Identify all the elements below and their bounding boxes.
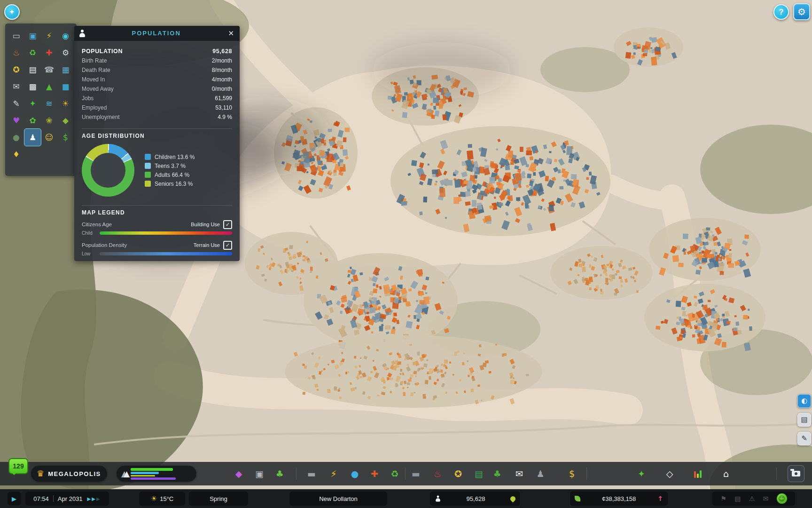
farming-infoview[interactable]: ❀ bbox=[41, 112, 57, 129]
districts-icon[interactable]: ◇ bbox=[662, 466, 678, 482]
status-bar: ▶ 07:54 Apr 2031 ▶▶▶ ☀ 15°C Spring New D… bbox=[0, 489, 812, 508]
mail-infoview[interactable]: ✉ bbox=[8, 78, 24, 95]
population-pill[interactable]: 95,628 bbox=[430, 492, 520, 506]
stat-row: POPULATION95,628 bbox=[82, 47, 232, 56]
police-icon[interactable]: ✪ bbox=[450, 466, 466, 482]
parks-icon[interactable]: ♣ bbox=[489, 466, 505, 482]
monuments-icon[interactable]: ⌂ bbox=[718, 466, 734, 482]
progression-icon[interactable]: ✦ bbox=[633, 466, 649, 482]
natural-resources-infoview[interactable]: ✿ bbox=[24, 112, 41, 129]
population-panel: POPULATION ✕ POPULATION95,628Birth Rate2… bbox=[74, 26, 240, 261]
notes-button[interactable]: ✎ bbox=[797, 432, 811, 445]
alerts-icon[interactable]: ⚠ bbox=[749, 495, 755, 502]
stat-value: 4/month bbox=[212, 75, 232, 84]
zones-icon[interactable]: ◆ bbox=[231, 466, 247, 482]
happiness-droplet-icon bbox=[509, 495, 517, 502]
water-icon[interactable]: ● bbox=[347, 466, 363, 482]
forestry-infoview[interactable]: ▲ bbox=[41, 78, 57, 95]
city-name-pill[interactable]: New Dollarton bbox=[289, 492, 387, 506]
water-sewage-infoview[interactable]: ▣ bbox=[24, 27, 41, 44]
map-layers-button[interactable]: ▤ bbox=[797, 413, 811, 427]
help-button[interactable]: ? bbox=[773, 4, 789, 20]
land-value-infoview[interactable]: ▦ bbox=[57, 61, 74, 78]
landscaping-icon[interactable]: ♣ bbox=[272, 466, 288, 482]
legend-gradient-bar bbox=[100, 231, 232, 235]
population-panel-header: POPULATION ✕ bbox=[74, 26, 240, 41]
fire-rescue-icon[interactable]: ♨ bbox=[429, 466, 445, 482]
statistics-icon[interactable] bbox=[690, 466, 706, 482]
healthcare-infoview[interactable]: ✚ bbox=[41, 44, 57, 61]
attractiveness-infoview[interactable]: ♦ bbox=[8, 146, 24, 163]
xp-badge[interactable]: 129 bbox=[8, 458, 28, 474]
season-pill[interactable]: Spring bbox=[189, 492, 248, 506]
speed-arrow-icon[interactable]: ▶ bbox=[87, 496, 92, 501]
roads-icon[interactable]: ▣ bbox=[251, 466, 267, 482]
settings-button[interactable]: ⚙ bbox=[793, 3, 810, 20]
time-pill[interactable]: 07:54 Apr 2031 ▶▶▶ bbox=[25, 492, 109, 506]
police-infoview[interactable]: ✪ bbox=[8, 61, 24, 78]
globe-button[interactable]: ◐ bbox=[797, 394, 811, 408]
photo-mode-button[interactable] bbox=[788, 465, 804, 482]
heating-infoview[interactable]: ♨ bbox=[8, 44, 24, 61]
education-icon[interactable]: ▤ bbox=[471, 466, 487, 482]
land-pollution-infoview[interactable]: ✦ bbox=[24, 95, 41, 112]
speed-arrow-icon[interactable]: ▶ bbox=[92, 496, 96, 501]
electricity-infoview[interactable]: ⚡ bbox=[41, 27, 57, 44]
infoview-grid-panel: ▭▣⚡◉♨♻✚⚙✪▤☎▦✉▩▲■✎✦≋☀♥✿❀◆●♟☺$♦ bbox=[5, 24, 77, 176]
air-pollution-infoview[interactable]: ☀ bbox=[57, 95, 74, 112]
milestone-pill[interactable]: ♛ MEGALOPOLIS bbox=[31, 466, 107, 482]
age-legend-entry: Seniors 16.3 % bbox=[145, 181, 195, 187]
stat-row: Birth Rate2/month bbox=[82, 56, 232, 65]
garbage-icon[interactable]: ♻ bbox=[387, 466, 403, 482]
zones-infoview[interactable]: ▩ bbox=[24, 78, 41, 95]
communications-icon[interactable]: ✉ bbox=[511, 466, 527, 482]
pinwheel-button[interactable]: ✦ bbox=[4, 4, 20, 20]
population-infoview[interactable]: ♟ bbox=[24, 129, 41, 146]
xp-progress-bars bbox=[131, 467, 180, 481]
weather-pill[interactable]: ☀ 15°C bbox=[139, 492, 185, 506]
speed-controls[interactable]: ▶▶▶ bbox=[87, 496, 101, 501]
flag-icon[interactable]: ⚑ bbox=[720, 495, 726, 502]
main-toolbar: 129 ♛ MEGALOPOLIS ▲▲ ◆▣♣▬⚡●✚♻▬♨✪▤♣✉♟$✦◇⌂ bbox=[0, 462, 812, 485]
tools-infoview[interactable]: ✎ bbox=[8, 95, 24, 112]
mail-icon[interactable]: ✉ bbox=[763, 495, 769, 502]
question-icon: ? bbox=[779, 8, 784, 16]
stat-row: Moved Away0/month bbox=[82, 84, 232, 94]
money-pill[interactable]: ¢38,383,158 ↑ bbox=[570, 492, 668, 506]
ore-infoview[interactable]: ◆ bbox=[57, 112, 74, 129]
status-icons-group: ⚑▤⚠✉☺ bbox=[712, 492, 795, 506]
electricity-icon[interactable]: ⚡ bbox=[326, 466, 342, 482]
roads-infoview[interactable]: ▭ bbox=[8, 27, 24, 44]
play-pause-button[interactable]: ▶ bbox=[8, 492, 21, 505]
happiness-infoview[interactable]: ☺ bbox=[41, 129, 57, 146]
communications-infoview[interactable]: ☎ bbox=[41, 61, 57, 78]
close-button[interactable]: ✕ bbox=[227, 29, 235, 38]
wind-infoview[interactable]: ≋ bbox=[41, 95, 57, 112]
garbage-infoview[interactable]: ♻ bbox=[24, 44, 41, 61]
education-infoview[interactable]: ▤ bbox=[24, 61, 41, 78]
industry-infoview[interactable]: ■ bbox=[57, 78, 74, 95]
speed-arrow-icon[interactable]: ▶ bbox=[96, 496, 101, 501]
maintenance-infoview[interactable]: ⚙ bbox=[57, 44, 74, 61]
map-legend-row: Population DensityTerrain Use✓Low bbox=[74, 240, 240, 261]
age-legend-entry: Adults 66.4 % bbox=[145, 172, 195, 178]
legend-checkbox[interactable]: ✓ bbox=[223, 220, 232, 229]
healthcare-icon[interactable]: ✚ bbox=[367, 466, 383, 482]
water-infoview[interactable]: ◉ bbox=[57, 27, 74, 44]
economy-icon[interactable]: $ bbox=[564, 466, 580, 482]
sun-icon: ☀ bbox=[151, 495, 157, 502]
noise-pollution-infoview[interactable]: ♥ bbox=[8, 112, 24, 129]
transportation-icon[interactable]: ▬ bbox=[304, 466, 320, 482]
legend-checkbox[interactable]: ✓ bbox=[223, 241, 232, 250]
stat-label: Moved Away bbox=[82, 84, 114, 94]
layers-icon[interactable]: ▤ bbox=[734, 495, 741, 502]
age-legend-entry: Children 13.6 % bbox=[145, 154, 195, 160]
transit-icon[interactable]: ♟ bbox=[532, 466, 548, 482]
economy-infoview[interactable]: $ bbox=[57, 129, 74, 146]
legend-left-label: Population Density bbox=[82, 242, 127, 248]
deathcare-icon[interactable]: ▬ bbox=[408, 466, 424, 482]
happiness-badge[interactable]: ☺ bbox=[777, 493, 787, 504]
stat-value: 95,628 bbox=[212, 47, 232, 56]
groundwater-infoview[interactable]: ● bbox=[8, 129, 24, 146]
milestone-progress-pill[interactable]: ▲▲ bbox=[117, 466, 196, 482]
